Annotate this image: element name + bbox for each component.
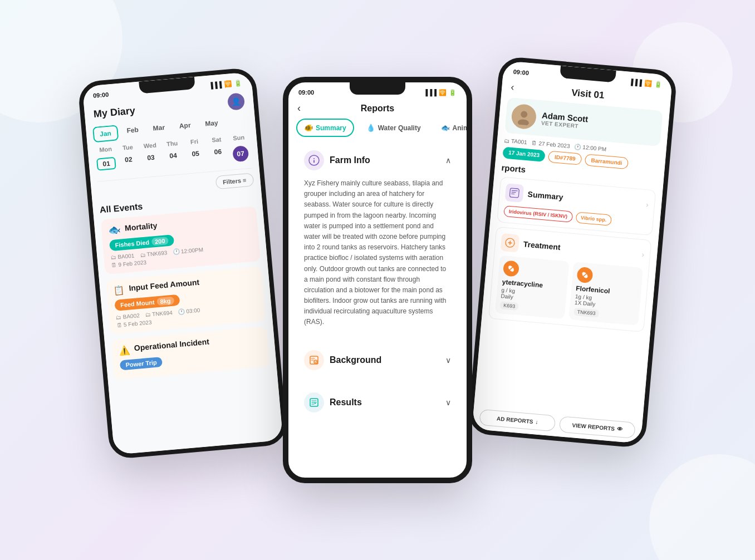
code-icon: 🗂 xyxy=(504,137,510,144)
day-01[interactable]: 01 xyxy=(95,154,118,177)
day-07[interactable]: 07 xyxy=(229,143,252,165)
results-header-left: Results xyxy=(304,392,362,412)
treatment-tank-2: TNK693 xyxy=(573,308,599,318)
day-header-tue: Tue xyxy=(116,143,139,151)
tab-water-quality[interactable]: 💧 Water Quality xyxy=(359,119,429,137)
treatment-icon-svg xyxy=(504,237,516,248)
treatment-report-section: Treatment › ytetracycline g / kg xyxy=(488,227,651,332)
vet-avatar-svg xyxy=(515,107,533,126)
event-incident: ⚠️ Operational Incident Power Trip xyxy=(111,326,270,380)
time-icon: 🕐 xyxy=(574,144,581,150)
phone-right: 09:00 ▐▐▐ 🛜 🔋 ‹ Visit 01 xyxy=(467,56,678,448)
download-reports-button[interactable]: AD REPORTS ↓ xyxy=(479,409,556,432)
battery-icon: 🔋 xyxy=(234,79,242,87)
bottom-buttons: AD REPORTS ↓ VIEW REPORTS 👁 xyxy=(472,404,643,444)
center-header: ‹ Reports xyxy=(288,100,467,119)
svg-point-1 xyxy=(313,158,315,159)
day-03[interactable]: 03 xyxy=(140,150,163,173)
day-05[interactable]: 05 xyxy=(184,146,207,169)
feed-badge: Feed Mount 8kg xyxy=(114,294,180,311)
background-title: Background xyxy=(330,355,381,365)
month-jan[interactable]: Jan xyxy=(92,125,119,143)
treatment-icon-2 xyxy=(576,267,593,283)
feed-icon: 📋 xyxy=(113,284,125,296)
status-icons-center: ▐▐▐ 🛜 🔋 xyxy=(424,89,457,96)
farm-info-icon xyxy=(304,150,324,170)
status-icons-right: ▐▐▐ 🛜 🔋 xyxy=(629,78,662,88)
results-header[interactable]: Results ∨ xyxy=(296,385,459,420)
signal-icon-c: ▐▐▐ xyxy=(424,89,437,96)
feed-meta-tank: 🗂 TNK694 xyxy=(145,310,173,318)
reports-tabs: 🐠 Summary 💧 Water Quality 🐟 Anim... xyxy=(288,119,467,143)
farm-info-chevron: ∧ xyxy=(445,156,451,165)
day-header-wed: Wed xyxy=(139,141,161,150)
reports-scroll[interactable]: Farm Info ∧ Xyz Fishery mainly culture s… xyxy=(288,143,467,478)
reports-title: Reports xyxy=(361,104,394,114)
info-icon-svg xyxy=(308,155,320,166)
incident-badge: Power Trip xyxy=(120,357,163,371)
download-label: AD REPORTS xyxy=(497,415,533,425)
background-icon-svg xyxy=(308,355,320,366)
user-avatar[interactable]: 👤 xyxy=(227,92,246,111)
feed-meta-time: 🕐 03:00 xyxy=(178,307,200,315)
treatment-section-left: Treatment xyxy=(501,233,561,256)
visit-date-val: 27 Feb 2023 xyxy=(538,140,570,149)
day-header-fri: Fri xyxy=(183,137,206,146)
background-icon xyxy=(304,350,324,370)
time-left: 09:00 xyxy=(93,91,109,99)
signal-icon-r: ▐▐▐ xyxy=(629,78,642,86)
mortality-title: Mortality xyxy=(124,220,158,232)
results-icon xyxy=(304,392,324,412)
wifi-icon-r: 🛜 xyxy=(644,80,652,87)
time-center: 09:00 xyxy=(298,89,314,96)
treatment-card-2: Florfenicol 1g / kg 1X Daily TNK693 xyxy=(568,262,643,325)
background-chevron: ∨ xyxy=(445,356,451,365)
summary-tab-icon: 🐠 xyxy=(304,124,313,132)
month-apr[interactable]: Apr xyxy=(173,118,197,135)
treatment-tank-1: K693 xyxy=(500,301,519,311)
svg-point-4 xyxy=(314,360,317,363)
center-phone-content: 09:00 ▐▐▐ 🛜 🔋 ‹ Reports 🐠 Summary 💧 xyxy=(288,82,467,478)
tab-animal[interactable]: 🐟 Anim... xyxy=(433,119,467,137)
farm-info-title: Farm Info xyxy=(330,155,370,165)
summary-icon-svg xyxy=(509,188,520,199)
month-may[interactable]: May xyxy=(199,116,224,134)
results-chevron: ∨ xyxy=(445,398,451,407)
day-02[interactable]: 02 xyxy=(117,152,140,175)
diary-title: My Diary xyxy=(93,105,136,120)
filters-button[interactable]: Filters ≡ xyxy=(215,173,254,189)
svg-point-7 xyxy=(517,119,529,126)
treatment-report-icon xyxy=(501,233,520,253)
deco-circle-br xyxy=(649,454,755,560)
treatment-chevron: › xyxy=(641,250,645,259)
day-06[interactable]: 06 xyxy=(207,144,229,167)
feed-meta-ba: 🗂 BA002 xyxy=(116,312,140,321)
svg-rect-2 xyxy=(313,160,315,163)
visit-code: 🗂 TA001 xyxy=(504,137,528,146)
mortality-meta-tank: 🗂 TNK693 xyxy=(140,249,168,258)
mortality-date-val: 🗓 9 Feb 2023 xyxy=(111,259,146,268)
farm-info-header[interactable]: Farm Info ∧ xyxy=(296,143,459,178)
view-icon: 👁 xyxy=(616,426,622,433)
day-header-sun: Sun xyxy=(227,134,250,142)
month-feb[interactable]: Feb xyxy=(121,122,145,140)
pill-icon-1 xyxy=(507,264,515,273)
day-header-thu: Thu xyxy=(161,139,184,148)
farm-info-card: Farm Info ∧ Xyz Fishery mainly culture s… xyxy=(296,143,459,336)
wifi-icon: 🛜 xyxy=(224,80,232,88)
background-header[interactable]: Background ∨ xyxy=(296,342,459,378)
summary-section-title: Summary xyxy=(527,190,563,202)
background-header-left: Background xyxy=(304,350,381,370)
day-04[interactable]: 04 xyxy=(162,148,185,171)
month-mar[interactable]: Mar xyxy=(147,120,171,137)
tag-date: 17 Jan 2023 xyxy=(502,146,546,162)
view-reports-button[interactable]: VIEW REPORTS 👁 xyxy=(559,416,636,439)
animal-tab-icon: 🐟 xyxy=(441,124,450,132)
back-button-center[interactable]: ‹ xyxy=(297,102,301,114)
visit-time-val: 12:00 PM xyxy=(582,144,607,153)
svg-point-6 xyxy=(521,111,528,118)
time-right: 09:00 xyxy=(513,68,529,76)
visit-code-val: TA001 xyxy=(511,138,528,145)
tab-summary[interactable]: 🐠 Summary xyxy=(296,119,354,137)
date-icon: 🗓 xyxy=(531,140,537,146)
